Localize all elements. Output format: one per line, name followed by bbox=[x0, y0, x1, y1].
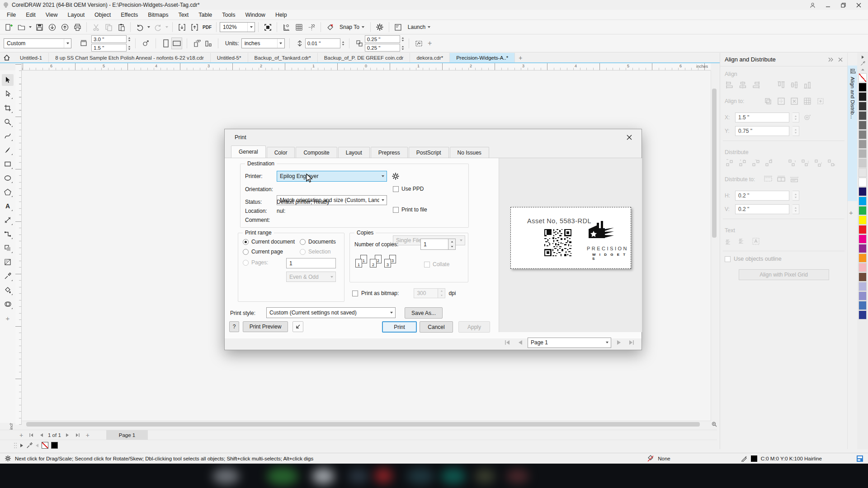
palette-swatch[interactable] bbox=[859, 225, 867, 234]
dpi-spinner[interactable] bbox=[438, 288, 445, 298]
document-tab[interactable]: Untitled-5* bbox=[211, 53, 248, 62]
palette-swatch[interactable] bbox=[859, 187, 867, 196]
show-guidelines-icon[interactable] bbox=[306, 21, 317, 33]
add-docker-button[interactable]: + bbox=[849, 209, 853, 216]
current-page-radio[interactable]: Current page bbox=[243, 249, 283, 255]
home-tab-icon[interactable] bbox=[0, 53, 14, 62]
nudge-field[interactable]: 0.01 " bbox=[305, 38, 340, 48]
align-top-icon[interactable] bbox=[776, 80, 786, 90]
vertical-scroll-thumb[interactable] bbox=[712, 89, 717, 238]
palette-swatch[interactable] bbox=[859, 244, 867, 253]
align-to-page-edge-icon[interactable] bbox=[776, 96, 786, 106]
cut-icon[interactable] bbox=[90, 21, 102, 33]
treat-as-filled-icon[interactable] bbox=[414, 38, 425, 49]
parallel-dimension-tool[interactable] bbox=[2, 214, 14, 226]
polygon-tool[interactable] bbox=[2, 186, 14, 198]
distribute-center-h-icon[interactable] bbox=[738, 158, 748, 168]
horizontal-scroll-thumb[interactable] bbox=[26, 422, 700, 427]
vertical-ruler[interactable] bbox=[15, 63, 22, 425]
specify-point-icon[interactable] bbox=[802, 113, 812, 122]
v-spacing-field[interactable]: 0.2 " bbox=[735, 204, 789, 214]
new-tab-button[interactable]: + bbox=[515, 53, 526, 62]
page-height-spinner[interactable] bbox=[128, 46, 131, 50]
y-coordinate-field[interactable]: 0.75 " bbox=[735, 126, 789, 136]
portrait-button[interactable] bbox=[160, 38, 171, 49]
print-dialog-close-icon[interactable] bbox=[622, 131, 637, 143]
nudge-spinner[interactable] bbox=[342, 41, 344, 46]
print-button[interactable]: Print bbox=[382, 321, 417, 333]
palette-scroll-up-icon[interactable] bbox=[861, 66, 865, 73]
print-to-file-checkbox[interactable]: Print to file bbox=[393, 206, 427, 213]
tab-no-issues[interactable]: No Issues bbox=[450, 147, 489, 158]
all-pages-icon[interactable] bbox=[192, 38, 203, 49]
document-eyedropper-icon[interactable] bbox=[26, 442, 33, 449]
copies-spinbox[interactable]: 1 bbox=[420, 239, 456, 250]
add-page-after-button[interactable]: + bbox=[83, 431, 93, 439]
align-left-icon[interactable] bbox=[725, 80, 735, 90]
next-page-button[interactable] bbox=[63, 431, 73, 439]
menu-text[interactable]: Text bbox=[173, 10, 193, 19]
text-baseline-first-icon[interactable] bbox=[725, 236, 735, 246]
menu-window[interactable]: Window bbox=[240, 10, 270, 19]
palette-swatch[interactable] bbox=[859, 102, 867, 111]
pdf-icon[interactable]: PDF bbox=[201, 21, 213, 33]
paste-icon[interactable] bbox=[115, 21, 127, 33]
print-style-combo[interactable]: Custom (Current settings not saved) bbox=[266, 307, 396, 318]
fill-color-icon[interactable] bbox=[647, 455, 654, 462]
connector-tool[interactable] bbox=[2, 228, 14, 240]
distribute-center-v-icon[interactable] bbox=[800, 158, 810, 168]
palette-scroll-left-icon[interactable] bbox=[35, 443, 39, 448]
palette-swatch[interactable] bbox=[859, 197, 867, 206]
align-to-page-center-icon[interactable] bbox=[789, 96, 799, 106]
distribute-left-icon[interactable] bbox=[725, 158, 735, 168]
palette-swatch[interactable] bbox=[859, 253, 867, 263]
ellipse-tool[interactable] bbox=[2, 172, 14, 184]
docked-panel-icon[interactable] bbox=[856, 455, 863, 462]
palette-eyedropper-icon[interactable] bbox=[860, 60, 865, 66]
zoom-level-combo[interactable]: 102% bbox=[220, 22, 255, 32]
document-fill-swatch[interactable] bbox=[51, 442, 58, 449]
distribute-to-selection-icon[interactable] bbox=[763, 174, 773, 184]
align-to-grid-icon[interactable] bbox=[802, 96, 812, 106]
align-with-pixel-grid-button[interactable]: Align with Pixel Grid bbox=[739, 269, 829, 280]
pick-tool[interactable] bbox=[2, 74, 14, 86]
shape-tool[interactable] bbox=[2, 88, 14, 100]
dpi-spinbox[interactable]: 300 bbox=[414, 288, 445, 298]
printer-settings-gear-icon[interactable] bbox=[392, 172, 400, 180]
account-icon[interactable] bbox=[806, 1, 819, 9]
y-coordinate-spinner[interactable] bbox=[793, 126, 799, 136]
previous-page-button[interactable] bbox=[36, 431, 46, 439]
palette-swatch[interactable] bbox=[859, 291, 867, 300]
preview-first-page-button[interactable] bbox=[502, 338, 512, 347]
menu-object[interactable]: Object bbox=[90, 10, 116, 19]
vertical-scrollbar[interactable] bbox=[711, 70, 717, 421]
duplicate-x-spinner[interactable] bbox=[401, 37, 404, 42]
tab-postscript[interactable]: PostScript bbox=[409, 147, 449, 158]
document-outline-swatch[interactable] bbox=[42, 442, 48, 449]
palette-swatch[interactable] bbox=[859, 310, 867, 319]
distribute-spacing-h-icon[interactable] bbox=[751, 158, 761, 168]
even-odd-combo[interactable]: Even & Odd bbox=[286, 272, 336, 282]
current-document-radio[interactable]: Current document bbox=[243, 239, 295, 245]
v-spacing-spinner[interactable] bbox=[793, 204, 799, 214]
apply-button[interactable]: Apply bbox=[458, 321, 490, 333]
menu-tools[interactable]: Tools bbox=[217, 10, 240, 19]
tab-composite[interactable]: Composite bbox=[296, 147, 337, 158]
palette-swatch[interactable] bbox=[859, 92, 867, 101]
horizontal-scrollbar[interactable] bbox=[22, 421, 711, 427]
copies-spinner[interactable] bbox=[448, 239, 456, 250]
palette-swatch[interactable] bbox=[859, 235, 867, 244]
palette-swatch[interactable] bbox=[859, 83, 867, 92]
page-height-field[interactable]: 1.5 " bbox=[91, 44, 127, 52]
add-page-before-button[interactable]: + bbox=[16, 431, 26, 439]
tab-prepress[interactable]: Prepress bbox=[371, 147, 408, 158]
menu-layout[interactable]: Layout bbox=[63, 10, 90, 19]
use-objects-outline-checkbox[interactable] bbox=[725, 256, 731, 262]
documents-radio[interactable]: Documents bbox=[300, 239, 336, 245]
align-center-horizontal-icon[interactable] bbox=[738, 80, 748, 90]
transparency-tool[interactable] bbox=[2, 256, 14, 268]
snap-off-icon[interactable] bbox=[324, 21, 336, 33]
palette-swatch[interactable] bbox=[859, 168, 867, 177]
page-width-field[interactable]: 3.0 " bbox=[91, 35, 127, 43]
dpi-input[interactable]: 300 bbox=[414, 288, 438, 298]
